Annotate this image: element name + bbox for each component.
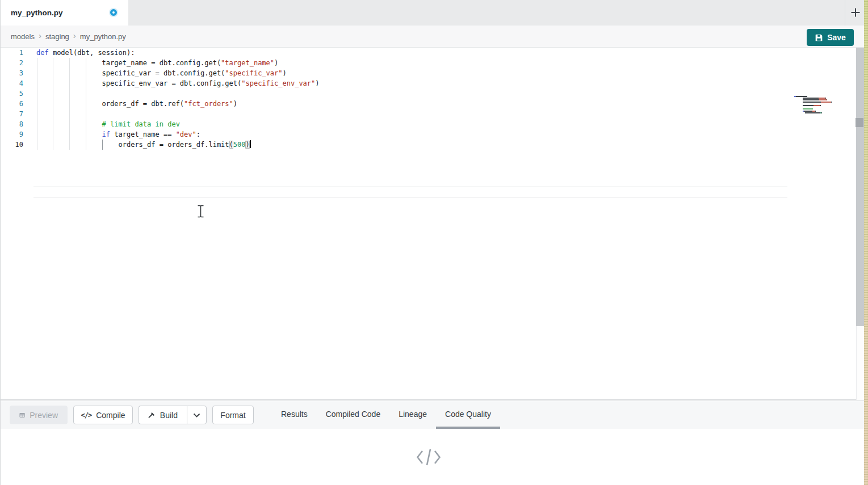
minimap-line bbox=[794, 102, 851, 103]
code-line-text: specific_var = dbt.config.get("specific_… bbox=[36, 68, 287, 78]
code-icon: </> bbox=[81, 411, 91, 419]
save-button[interactable]: Save bbox=[807, 29, 854, 46]
breadcrumb-bar: models›staging›my_python.py Save bbox=[1, 26, 864, 48]
tab-title: my_python.py bbox=[11, 9, 63, 17]
breadcrumb-item[interactable]: models bbox=[11, 32, 35, 41]
indent-guide bbox=[69, 88, 70, 99]
ide-window: my_python.py models›staging›my_python.py… bbox=[0, 0, 868, 485]
new-tab-button[interactable] bbox=[848, 5, 863, 20]
build-options-button[interactable] bbox=[187, 406, 207, 424]
code-line-text: target_name = dbt.config.get("target_nam… bbox=[36, 58, 278, 68]
minimap-line bbox=[794, 99, 851, 100]
code-line-text: orders_df = orders_df.limit(500) bbox=[36, 140, 251, 150]
code-line[interactable]: 1def model(dbt, session): bbox=[1, 48, 856, 58]
indent-guide bbox=[69, 109, 70, 119]
indent-guide bbox=[53, 88, 53, 99]
build-button-label: Build bbox=[160, 411, 178, 420]
active-line-highlight bbox=[33, 187, 787, 197]
save-button-label: Save bbox=[827, 33, 846, 42]
tab-my-python-py[interactable]: my_python.py bbox=[1, 0, 128, 26]
table-icon bbox=[19, 411, 25, 420]
indent-guide bbox=[37, 88, 37, 99]
line-number: 10 bbox=[1, 140, 23, 150]
build-split-button: Build bbox=[139, 406, 207, 424]
breadcrumb: models›staging›my_python.py bbox=[11, 31, 126, 41]
code-line-text: if target_name == "dev": bbox=[36, 129, 200, 140]
hammer-icon bbox=[148, 411, 156, 420]
code-line[interactable]: 3 specific_var = dbt.config.get("specifi… bbox=[1, 68, 856, 78]
code-line[interactable]: 4 specific_env_var = dbt.config.get("spe… bbox=[1, 78, 856, 88]
code-quality-panel bbox=[1, 429, 856, 485]
minimap-line bbox=[794, 105, 851, 106]
minimap-line bbox=[794, 108, 851, 109]
bottom-toolbar: Preview </> Compile Build bbox=[1, 401, 864, 429]
panel-tab-code-quality[interactable]: Code Quality bbox=[436, 401, 500, 429]
panel-tab-results[interactable]: Results bbox=[272, 401, 317, 429]
minimap-line bbox=[794, 103, 851, 104]
build-button[interactable]: Build bbox=[139, 406, 187, 424]
code-line-text: def model(dbt, session): bbox=[36, 48, 135, 58]
panel-tab-compiled-code[interactable]: Compiled Code bbox=[317, 401, 390, 429]
minimap-line bbox=[794, 112, 851, 113]
format-button-label: Format bbox=[220, 411, 245, 420]
line-number: 5 bbox=[1, 88, 23, 99]
format-button[interactable]: Format bbox=[212, 406, 254, 424]
minimap-line bbox=[794, 98, 851, 99]
chevron-down-icon bbox=[193, 413, 200, 417]
code-line-text: # limit data in dev bbox=[36, 119, 180, 129]
line-number: 1 bbox=[1, 48, 23, 58]
plus-icon bbox=[850, 7, 861, 18]
indent-guide bbox=[86, 88, 86, 99]
code-line-text: orders_df = dbt.ref("fct_orders") bbox=[36, 99, 237, 109]
code-line-text: specific_env_var = dbt.config.get("speci… bbox=[36, 78, 320, 88]
panel-tabs: ResultsCompiled CodeLineageCode Quality bbox=[272, 401, 500, 429]
indent-guide bbox=[53, 109, 53, 119]
minimap[interactable] bbox=[794, 96, 851, 114]
breadcrumb-separator-icon: › bbox=[39, 31, 41, 40]
save-floppy-icon bbox=[815, 33, 823, 42]
bottom-panel: Preview </> Compile Build bbox=[1, 400, 864, 485]
unsaved-changes-dot-icon bbox=[110, 9, 117, 16]
code-line[interactable]: 7 bbox=[1, 109, 856, 119]
breadcrumb-item[interactable]: staging bbox=[45, 32, 69, 41]
code-line[interactable]: 6 orders_df = dbt.ref("fct_orders") bbox=[1, 99, 856, 109]
code-editor[interactable]: 1def model(dbt, session):2 target_name =… bbox=[1, 48, 856, 400]
code-line[interactable]: 9 if target_name == "dev": bbox=[1, 129, 856, 140]
code-line[interactable]: 10 orders_df = orders_df.limit(500) bbox=[1, 140, 856, 150]
line-number: 9 bbox=[1, 129, 23, 140]
compile-button-label: Compile bbox=[96, 411, 125, 420]
tab-separator bbox=[845, 0, 845, 26]
indent-guide bbox=[37, 109, 37, 119]
minimap-line bbox=[794, 107, 851, 108]
line-number: 6 bbox=[1, 99, 23, 109]
panel-tab-lineage[interactable]: Lineage bbox=[389, 401, 436, 429]
code-line[interactable]: 5 bbox=[1, 88, 856, 99]
line-number: 7 bbox=[1, 109, 23, 119]
breadcrumb-item[interactable]: my_python.py bbox=[80, 32, 126, 41]
editor-scrollbar-thumb[interactable] bbox=[856, 118, 863, 127]
minimap-line bbox=[794, 111, 851, 112]
code-lines: 1def model(dbt, session):2 target_name =… bbox=[1, 48, 856, 150]
code-line[interactable]: 2 target_name = dbt.config.get("target_n… bbox=[1, 58, 856, 68]
breadcrumb-separator-icon: › bbox=[73, 31, 76, 40]
line-number: 3 bbox=[1, 68, 23, 78]
indent-guide bbox=[86, 109, 86, 119]
line-number: 2 bbox=[1, 58, 23, 68]
page-scrollbar-thumb[interactable] bbox=[856, 48, 864, 326]
preview-button-label: Preview bbox=[30, 411, 58, 420]
desktop-wallpaper-strip bbox=[864, 0, 868, 485]
preview-button[interactable]: Preview bbox=[10, 406, 68, 424]
editor-tab-bar: my_python.py bbox=[1, 0, 864, 26]
code-slash-icon bbox=[415, 447, 442, 467]
line-number: 8 bbox=[1, 119, 23, 129]
line-number: 4 bbox=[1, 78, 23, 88]
compile-button[interactable]: </> Compile bbox=[73, 406, 133, 424]
code-line[interactable]: 8 # limit data in dev bbox=[1, 119, 856, 129]
text-caret bbox=[250, 140, 251, 148]
minimap-line bbox=[794, 96, 851, 97]
